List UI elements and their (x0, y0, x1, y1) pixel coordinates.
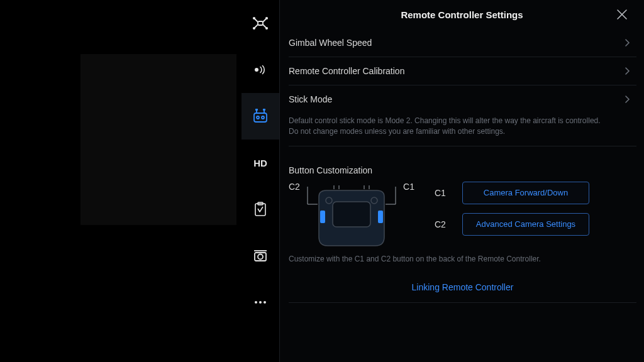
svg-point-2 (253, 28, 255, 29)
more-icon (252, 294, 269, 310)
linking-rc-link[interactable]: Linking Remote Controller (289, 278, 636, 303)
svg-point-12 (262, 116, 264, 119)
settings-rows: Gimbal Wheel Speed Remote Controller Cal… (280, 29, 644, 303)
tab-camera[interactable] (242, 233, 279, 279)
tab-battery[interactable] (242, 186, 279, 233)
c2-assign-label: Advanced Camera Settings (476, 219, 575, 229)
app-stage: HD (0, 0, 644, 362)
chevron-right-icon (624, 95, 630, 104)
pane-title: Remote Controller Settings (401, 9, 523, 20)
tab-remote-controller[interactable] (242, 93, 279, 140)
diagram-label-c2: C2 (289, 182, 300, 192)
row-label: Remote Controller Calibration (289, 66, 404, 76)
section-title-button-customization: Button Customization (289, 165, 636, 175)
svg-rect-30 (320, 211, 325, 223)
diagram-label-c1: C1 (403, 182, 414, 192)
stick-mode-description: Default control stick mode is Mode 2. Ch… (289, 113, 636, 146)
assign-key-c1: C1 (435, 188, 452, 198)
tab-aircraft[interactable] (242, 0, 279, 47)
svg-point-11 (257, 116, 259, 119)
clipboard-icon (252, 201, 269, 217)
customization-hint: Customize with the C1 and C2 button on t… (289, 255, 636, 263)
button-customization-area: C2 C1 (289, 182, 636, 251)
row-label: Stick Mode (289, 94, 332, 104)
assign-key-c2: C2 (435, 219, 452, 229)
row-stick-mode[interactable]: Stick Mode (289, 85, 636, 113)
c1-assign-button[interactable]: Camera Forward/Down (462, 182, 589, 204)
hd-icon: HD (253, 158, 267, 168)
svg-rect-4 (258, 21, 263, 25)
row-rc-calibration[interactable]: Remote Controller Calibration (289, 57, 636, 85)
c2-assign-button[interactable]: Advanced Camera Settings (462, 213, 589, 236)
assign-column: C1 Camera Forward/Down C2 Advanced Camer… (435, 182, 636, 236)
svg-point-9 (264, 109, 265, 110)
drone-icon (252, 15, 269, 31)
svg-point-20 (264, 301, 266, 304)
camera-icon (252, 248, 269, 264)
chevron-right-icon (624, 67, 630, 75)
svg-point-19 (259, 301, 262, 304)
row-label: Gimbal Wheel Speed (289, 38, 372, 48)
svg-rect-10 (254, 113, 267, 122)
tab-more[interactable] (242, 279, 279, 326)
signal-icon (252, 62, 269, 78)
linking-rc-label: Linking Remote Controller (412, 282, 514, 292)
settings-icon-strip: HD (242, 0, 279, 362)
svg-point-3 (266, 28, 267, 29)
rc-diagram-svg (304, 185, 399, 248)
svg-point-17 (258, 255, 263, 260)
settings-pane: Remote Controller Settings Gimbal Wheel … (280, 0, 644, 362)
close-icon (615, 8, 629, 21)
remote-controller-icon (252, 108, 269, 124)
c1-assign-label: Camera Forward/Down (484, 188, 568, 197)
assign-row-c2: C2 Advanced Camera Settings (435, 213, 636, 236)
svg-point-8 (256, 109, 257, 110)
row-gimbal-wheel-speed[interactable]: Gimbal Wheel Speed (289, 29, 636, 57)
rc-diagram: C2 C1 (289, 182, 414, 251)
svg-rect-31 (378, 211, 383, 223)
tab-signal[interactable] (242, 47, 279, 93)
close-button[interactable] (615, 8, 629, 21)
svg-rect-27 (333, 202, 370, 227)
chevron-right-icon (624, 38, 630, 47)
pane-header: Remote Controller Settings (280, 0, 644, 29)
svg-point-0 (253, 18, 255, 19)
svg-rect-13 (255, 204, 265, 216)
svg-point-18 (255, 301, 257, 304)
tab-transmission[interactable]: HD (242, 140, 279, 186)
svg-point-5 (255, 68, 258, 72)
svg-point-1 (266, 18, 267, 19)
camera-preview (80, 54, 236, 225)
assign-row-c1: C1 Camera Forward/Down (435, 182, 636, 204)
